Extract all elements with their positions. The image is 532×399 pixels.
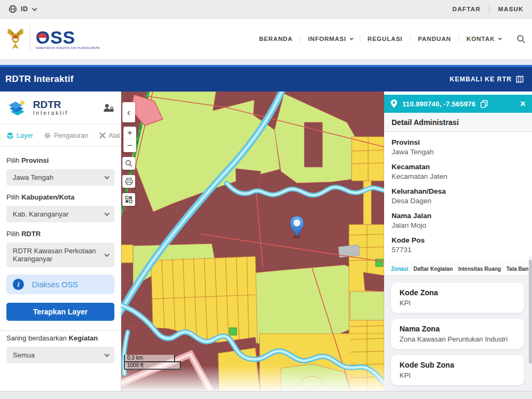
scale-ft: 1000 ft [124,361,181,370]
coordinates-value: 110.890740, -7.565976 [402,100,476,108]
chevron-down-icon [350,36,353,40]
language-code: ID [21,5,28,13]
sidebar-tabs: Layer Pengaturan Alat [0,124,121,147]
register-button[interactable]: DAFTAR [452,6,480,12]
province-label: Pilih Provinsi [6,156,114,164]
layer-sidebar: RDTR Interaktif Layer [0,92,121,391]
field-kelurahan: Kelurahan/DesaDesa Dagen [392,187,525,205]
coordinate-bar: 110.890740, -7.565976 × [384,95,532,113]
zoom-in-button[interactable]: + [123,127,136,139]
tab-alat[interactable]: Alat [99,132,120,139]
search-icon [125,160,132,167]
sidebar-collapse-button[interactable]: ‹ [122,102,135,122]
field-kodepos: Kode Pos57731 [392,236,525,254]
chevron-down-icon [104,211,110,216]
chevron-down-icon [31,6,37,11]
rdtr-logo [6,98,29,118]
copy-icon[interactable] [480,100,488,108]
diakses-oss-button[interactable]: i Diakses OSS [6,275,114,294]
card-nama-zona: Nama ZonaZona Kawasan Peruntukan Industr… [391,319,524,349]
chevron-down-icon [104,174,110,179]
info-icon: i [13,279,24,290]
header-gap [0,59,532,65]
user-lock-icon[interactable] [103,103,114,113]
close-icon[interactable]: × [520,99,526,109]
chevron-down-icon [498,36,502,40]
page-title: RDTR Interaktif [5,74,73,85]
divider [489,5,489,13]
card-kode-sub-zona: Kode Sub ZonaKPI [391,355,524,385]
page-toolbar: RDTR Interaktif KEMBALI KE RTR [0,65,532,92]
gear-icon [44,132,51,139]
site-header: OSS KEMENTERIAN INVESTASI DAN HILIRISASI… [0,19,532,59]
nav-regulasi[interactable]: REGULASI [360,36,410,42]
detail-panel: 110.890740, -7.565976 × Detail Administr… [384,92,532,391]
chevron-down-icon [104,352,110,357]
language-selector[interactable]: ID [9,5,36,13]
map-book-icon [516,76,523,83]
zoning-tabs: Zonasi Daftar Kegiatan Intensitas Ruang … [384,262,532,276]
panel-scrollbar[interactable] [529,256,532,390]
tab-pengaturan[interactable]: Pengaturan [44,132,88,139]
nav-informasi[interactable]: INFORMASI [301,36,360,42]
zoom-controls: + − [123,127,136,152]
nav-beranda[interactable]: BERANDA [252,36,300,42]
zoning-basemap: 114m [121,92,384,391]
oss-brand[interactable]: OSS KEMENTERIAN INVESTASI DAN HILIRISASI… [6,26,99,52]
search-icon[interactable] [508,35,526,44]
garuda-emblem [6,27,24,51]
page-footer [0,391,532,399]
card-kode-zona: Kode ZonaKPI [391,282,524,313]
regency-label: Pilih Kabupaten/Kota [6,193,114,201]
chevron-down-icon [104,252,110,257]
zoning-cards: Kode ZonaKPI Nama ZonaZona Kawasan Perun… [384,276,532,391]
field-provinsi: ProvinsiJawa Tengah [392,138,525,156]
pin-icon [390,99,397,109]
nav-panduan[interactable]: PANDUAN [411,36,459,42]
tab-layer[interactable]: Layer [6,132,33,139]
rdtr-select[interactable]: RDTR Kawasan Perkotaan Karanganyar [6,243,114,267]
zoning-map[interactable]: 114m ‹ + − [121,92,384,391]
apply-layer-button[interactable]: Terapkan Layer [6,303,114,321]
map-scale: 0.3 km 1000 ft [124,355,181,370]
activity-filter-select[interactable]: Semua [6,347,114,363]
field-kecamatan: KecamatanKecamatan Jaten [392,163,525,180]
layers-icon [6,132,14,139]
sidebar-logo-row: RDTR Interaktif [0,92,121,124]
oss-logo: OSS KEMENTERIAN INVESTASI DAN HILIRISASI… [36,28,99,50]
elevation-label: 114m [280,265,292,270]
tab-tata-bangunan[interactable]: Tata Bangunan [504,266,532,272]
divider [0,330,121,331]
basemap-button[interactable] [122,193,135,206]
qr-grid-icon [125,196,132,203]
province-select[interactable]: Jawa Tengah [6,169,114,186]
rdtr-label: Pilih RDTR [6,230,114,238]
utility-bar: ID DAFTAR MASUK [0,0,532,19]
zoom-out-button[interactable]: − [123,139,136,152]
field-jalan: Nama JalanJalan Mojo [392,212,525,229]
regency-select[interactable]: Kab. Karanganyar [6,206,114,222]
tab-daftar-kegiatan[interactable]: Daftar Kegiatan [411,266,455,272]
oss-logo-subtext: KEMENTERIAN INVESTASI DAN HILIRISASI/BKP… [36,47,99,50]
main-nav: BERANDA INFORMASI REGULASI PANDUAN KONTA… [252,35,526,44]
login-button[interactable]: MASUK [498,6,523,12]
printer-icon [125,178,133,185]
tab-intensitas-ruang[interactable]: Intensitas Ruang [455,266,504,272]
print-button[interactable] [122,175,135,188]
globe-icon [9,5,17,13]
rdtr-logo-text: RDTR Interaktif [33,99,68,116]
tools-icon [99,132,106,139]
back-to-rtr-link[interactable]: KEMBALI KE RTR [450,76,523,83]
nav-kontak[interactable]: KONTAK [459,36,508,42]
tab-zonasi[interactable]: Zonasi [388,266,411,272]
administrative-fields: ProvinsiJawa Tengah KecamatanKecamatan J… [384,132,532,262]
filter-label: Saring berdasarkan Kegiatan [6,334,114,342]
divider [30,26,30,52]
detail-section-title: Detail Administrasi [384,113,532,132]
map-search-button[interactable] [122,157,135,170]
